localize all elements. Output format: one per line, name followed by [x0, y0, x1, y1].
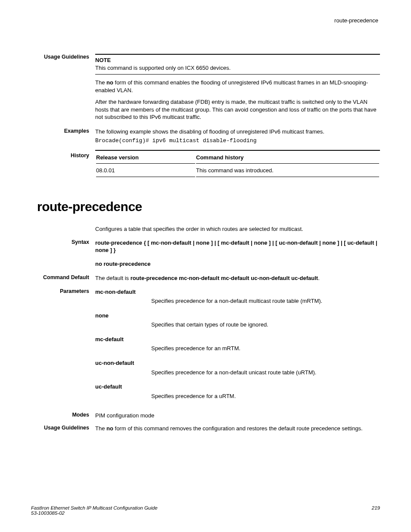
usage-para-1: The no form of this command enables the … [95, 79, 380, 94]
param-term: uc-default [95, 383, 380, 391]
modes-text: PIM configuration mode [95, 412, 380, 420]
param-desc: Specifies that certain types of route be… [151, 321, 380, 329]
param-term: none [95, 312, 380, 320]
label-modes: Modes [31, 412, 95, 420]
command-title: route-precedence [37, 199, 380, 214]
example-intro: The following example shows the disablin… [95, 128, 380, 136]
label-examples: Examples [31, 128, 95, 147]
param-term: mc-non-default [95, 288, 380, 296]
usage-guidelines-text: The no form of this command removes the … [95, 425, 380, 432]
command-default-text: The default is route-precedence mc-non-d… [95, 274, 380, 282]
command-description: Configures a table that specifies the or… [95, 225, 380, 233]
footer-doc-title: FastIron Ethernet Switch IP Multicast Co… [31, 505, 158, 510]
history-table: Release version Command history 08.0.01 … [95, 150, 380, 178]
syntax-no-form: no route-precedence [95, 260, 380, 268]
history-header-release: Release version [96, 152, 195, 164]
param-desc: Specifies precedence for an mRTM. [151, 345, 380, 352]
param-term: uc-non-default [95, 359, 380, 367]
label-usage-guidelines-2: Usage Guidelines [31, 425, 95, 432]
page-footer: FastIron Ethernet Switch IP Multicast Co… [31, 505, 380, 516]
parameters-list: mc-non-default Specifies precedence for … [95, 288, 380, 407]
param-desc: Specifies precedence for a uRTM. [151, 392, 380, 400]
label-usage-guidelines: Usage Guidelines [31, 54, 95, 125]
footer-doc-number: 53-1003085-02 [31, 510, 158, 516]
history-header-command: Command history [196, 152, 379, 164]
table-row: 08.0.01 This command was introduced. [96, 165, 379, 177]
param-desc: Specifies precedence for a non-default m… [151, 297, 380, 305]
syntax-line: route-precedence { [ mc-non-default | no… [95, 239, 380, 254]
label-parameters: Parameters [31, 288, 95, 407]
running-header: route-precedence [31, 17, 380, 24]
page-number: 219 [372, 505, 380, 516]
label-command-default: Command Default [31, 274, 95, 282]
note-title: NOTE [95, 56, 380, 64]
usage-para-2: After the hardware forwarding database (… [95, 98, 380, 121]
example-code: Brocade(config)# ipv6 multicast disable-… [95, 137, 380, 145]
param-term: mc-default [95, 336, 380, 343]
param-desc: Specifies precedence for a non-default u… [151, 369, 380, 376]
note-block: NOTE This command is supported only on I… [95, 54, 380, 75]
note-text: This command is supported only on ICX 66… [95, 64, 380, 72]
label-syntax: Syntax [31, 239, 95, 274]
label-history: History [31, 150, 95, 178]
